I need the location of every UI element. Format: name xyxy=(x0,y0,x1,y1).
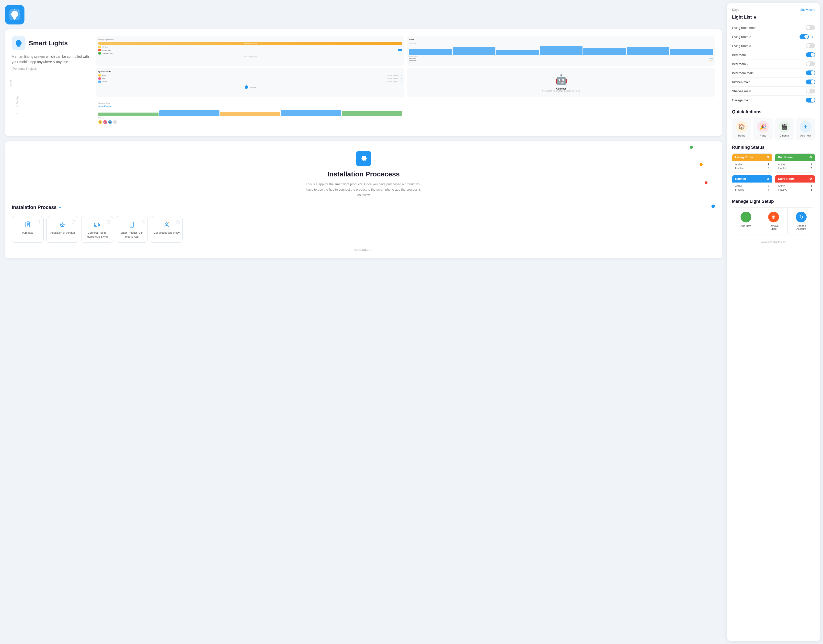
light-list: Light List ∧ Living room main Living roo… xyxy=(732,14,815,104)
qa-home-label: Home xyxy=(738,134,745,137)
hero-title-row: Smart Lights xyxy=(12,36,90,50)
svg-line-5 xyxy=(18,11,18,11)
install-title: Installation Procecess xyxy=(12,170,715,178)
mockup-welcome: Welcome Back! Arun Kumar Light List > 🏠 … xyxy=(96,100,405,129)
step-5-number: 5 xyxy=(176,218,180,226)
ms-remove-light[interactable]: 🗑 RemoveLight xyxy=(760,208,788,234)
hero-sub: (Personal Project) xyxy=(12,67,90,71)
ms-add-label: Add New xyxy=(740,224,752,227)
ms-change-account[interactable]: ↻ ChangeAccount xyxy=(788,208,815,234)
chevron-up-icon: ∧ xyxy=(753,14,756,20)
rs-kitchen: Kitchen ⚙ Active2 Inactive4 xyxy=(732,175,772,194)
rs-store-room: Store Room ⚙ Active1 Inactive3 xyxy=(775,175,815,194)
step-1-icon xyxy=(23,220,32,229)
party-icon: 🎉 xyxy=(757,121,769,133)
rs-kitchen-header: Kitchen ⚙ xyxy=(732,175,772,182)
step-3-icon xyxy=(93,220,101,229)
step-2-label: Instalation of the hub xyxy=(50,231,75,235)
rs-bedroom-body: Active1 Inactive2 xyxy=(775,161,815,172)
rs-bedroom-header: Bed Room ⚙ xyxy=(775,154,815,161)
toggle-kitchen-main[interactable] xyxy=(806,80,815,84)
hero-left: Smart Lights A smart lihting system whic… xyxy=(12,36,90,129)
remove-icon: 🗑 xyxy=(768,212,779,222)
manage-setup-section: Manage Light Setup + Add New 🗑 RemoveLig… xyxy=(732,199,815,235)
home-icon: 🏠 xyxy=(736,121,748,133)
svg-point-15 xyxy=(95,225,96,226)
mockup-stats: Stats This Week Quick Actions Most usedH… xyxy=(407,36,715,66)
right-panel: Days Show more Light List ∧ Living room … xyxy=(727,3,820,641)
dot-green xyxy=(690,146,693,149)
toggle-bed-room-main[interactable] xyxy=(806,71,815,75)
svg-rect-14 xyxy=(94,223,97,227)
step-5-label: Get access and enjoy xyxy=(154,231,179,235)
light-item-shelves-main: Shelves main xyxy=(732,87,815,96)
toggle-bed-room-2[interactable] xyxy=(806,61,815,66)
gear-icon[interactable]: ⚙ xyxy=(809,177,812,181)
toggle-living-room-2[interactable] xyxy=(800,34,809,39)
days-label: Days xyxy=(732,8,739,11)
step-4-label: Enter Product ID in mobile App xyxy=(119,231,145,239)
toggle-bed-room-3[interactable] xyxy=(806,52,815,57)
install-desc: This is a app for the smart light produc… xyxy=(305,182,422,198)
qa-party[interactable]: 🎉 Party xyxy=(753,118,772,140)
days-row: Days Show more xyxy=(732,8,815,11)
step-1: 1 Purchase xyxy=(12,216,44,243)
step-1-number: 1 xyxy=(37,218,41,226)
rs-living-header: Living Room ⚙ xyxy=(732,154,772,161)
add-new-icon: + xyxy=(800,121,812,133)
mockup-connect: 🤖 Connect Connect with the smart light p… xyxy=(407,68,715,97)
quick-actions-title: Quick Actions xyxy=(732,109,815,115)
add-icon: + xyxy=(740,212,751,222)
chevron-right-icon: › xyxy=(810,34,815,39)
running-status-title: Running Status xyxy=(732,145,815,150)
gear-icon[interactable]: ⚙ xyxy=(766,177,769,181)
step-3-label: Connect Hub to Mobile App & Wifi xyxy=(84,231,110,239)
toggle-garage-main[interactable] xyxy=(806,98,815,103)
running-status-grid: Living Room ⚙ Active2 Inactive3 Bed Room… xyxy=(732,153,815,194)
step-5-icon xyxy=(162,220,171,229)
light-list-title: Light List ∧ xyxy=(732,14,815,20)
design-label: UI/UX Design xyxy=(16,94,19,114)
year-label: 2022 xyxy=(10,79,13,86)
left-panel: 2022 Smart Lights A smart lihting system… xyxy=(0,0,727,644)
show-more-button[interactable]: Show more xyxy=(800,8,815,11)
light-item-living-room-2: Living room 2 › xyxy=(732,32,815,41)
gear-icon[interactable]: ⚙ xyxy=(766,156,769,159)
svg-point-1 xyxy=(14,19,15,20)
hero-desc: A smart lihting system which can be cont… xyxy=(12,54,90,65)
light-item-bed-room-3: Bed room 3 xyxy=(732,51,815,60)
light-item-bed-room-main: Bed room main xyxy=(732,69,815,78)
qa-add-new[interactable]: + Add new xyxy=(796,118,815,140)
installation-section: Installation Procecess This is a app for… xyxy=(5,141,722,258)
step-4: 4 Enter Product ID in mobile App xyxy=(116,216,148,243)
qa-cinema[interactable]: 🎬 Cinema xyxy=(775,118,794,140)
qa-home[interactable]: 🏠 Home xyxy=(732,118,751,140)
svg-line-3 xyxy=(11,11,11,11)
gear-icon[interactable]: ⚙ xyxy=(809,156,812,159)
toggle-living-room-3[interactable] xyxy=(806,43,815,48)
qa-party-label: Party xyxy=(760,134,766,137)
light-item-living-room-3: Living room 3 xyxy=(732,41,815,51)
hero-title: Smart Lights xyxy=(29,39,68,47)
rs-kitchen-body: Active2 Inactive4 xyxy=(732,182,772,194)
step-5: 5 Get access and enjoy xyxy=(151,216,182,243)
light-item-living-room-main: Living room main xyxy=(732,23,815,32)
process-header: Instalation Process » xyxy=(12,205,715,210)
hero-card: 2022 Smart Lights A smart lihting system… xyxy=(5,29,722,136)
rs-storeroom-body: Active1 Inactive3 xyxy=(775,182,815,194)
quick-actions-section: Quick Actions 🏠 Home 🎉 Party 🎬 Cinema + … xyxy=(732,109,815,140)
step-3: 3 Connect Hub to Mobile App & Wifi xyxy=(81,216,113,243)
running-status-section: Running Status Living Room ⚙ Active2 Ina… xyxy=(732,145,815,194)
arrow-forward-icon: » xyxy=(58,205,61,210)
website-footer: www.smartlights.com xyxy=(732,238,815,244)
dot-blue xyxy=(711,205,715,208)
toggle-shelves-main[interactable] xyxy=(806,89,815,94)
step-3-number: 3 xyxy=(106,218,110,226)
hero-icon xyxy=(12,36,25,50)
toggle-living-room-main[interactable] xyxy=(806,25,815,30)
quick-actions-grid: 🏠 Home 🎉 Party 🎬 Cinema + Add new xyxy=(732,118,815,140)
step-4-icon xyxy=(127,220,136,229)
process-steps: 1 Purchase 2 xyxy=(12,216,715,243)
ms-add-new[interactable]: + Add New xyxy=(732,208,760,234)
website-url: www.smartlights.com xyxy=(761,241,786,244)
